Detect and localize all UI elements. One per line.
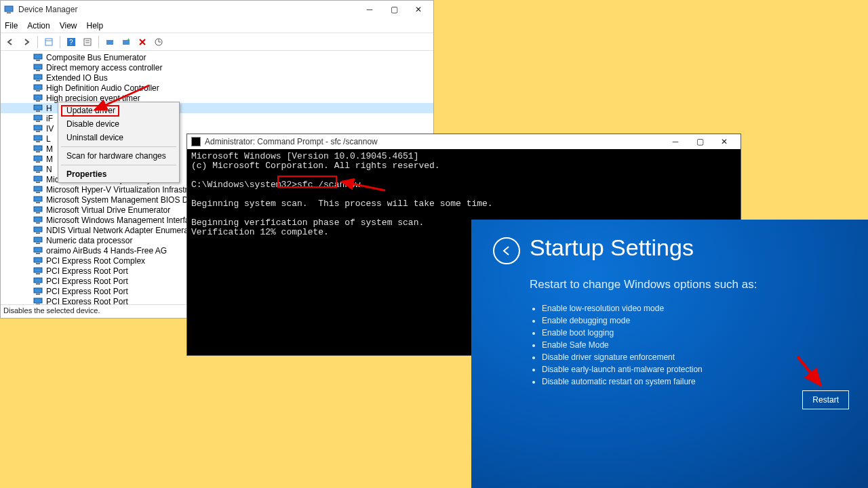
maximize-button[interactable]: ▢ bbox=[688, 134, 712, 150]
window-title: Device Manager bbox=[18, 5, 357, 14]
svg-rect-29 bbox=[34, 136, 42, 140]
context-menu-item[interactable]: Scan for hardware changes bbox=[60, 149, 178, 163]
cmd-titlebar[interactable]: Administrator: Command Prompt - sfc /sca… bbox=[187, 134, 741, 149]
svg-rect-20 bbox=[36, 90, 40, 92]
svg-rect-27 bbox=[34, 125, 42, 130]
back-button[interactable] bbox=[493, 237, 520, 264]
context-menu-item[interactable]: Uninstall device bbox=[60, 131, 178, 144]
svg-rect-57 bbox=[34, 278, 42, 283]
startup-option: Enable Safe Mode bbox=[542, 340, 703, 350]
device-label: Microsoft System Management BIOS Driver bbox=[46, 195, 204, 205]
minimize-button[interactable]: ─ bbox=[663, 134, 688, 150]
svg-rect-23 bbox=[34, 105, 42, 110]
svg-rect-24 bbox=[36, 110, 40, 112]
device-item[interactable]: High Definition Audio Controller bbox=[1, 83, 433, 93]
svg-rect-2 bbox=[45, 39, 52, 45]
device-icon bbox=[33, 145, 43, 152]
context-menu-item[interactable]: Disable device bbox=[60, 117, 178, 131]
startup-settings-screen: Startup Settings Restart to change Windo… bbox=[471, 220, 868, 488]
device-label: Numeric data processor bbox=[46, 236, 132, 245]
update-icon[interactable] bbox=[152, 35, 165, 49]
help-icon[interactable]: ? bbox=[64, 35, 78, 49]
device-icon bbox=[33, 287, 43, 295]
svg-rect-39 bbox=[34, 186, 42, 191]
device-label: PCI Express Root Port bbox=[46, 297, 128, 305]
device-icon bbox=[33, 135, 43, 142]
output-line: Microsoft Windows [Version 10.0.19045.46… bbox=[191, 151, 418, 161]
svg-rect-48 bbox=[36, 232, 40, 234]
svg-rect-18 bbox=[36, 80, 40, 81]
forward-icon[interactable] bbox=[20, 35, 33, 49]
cmd-icon bbox=[191, 137, 201, 146]
restart-button[interactable]: Restart bbox=[802, 390, 849, 409]
page-title: Startup Settings bbox=[530, 235, 694, 261]
menu-file[interactable]: File bbox=[5, 21, 18, 30]
toolbar: ? + bbox=[1, 33, 433, 51]
back-icon[interactable] bbox=[3, 35, 17, 49]
menubar: File Action View Help bbox=[1, 18, 433, 33]
device-icon bbox=[33, 196, 43, 203]
scan-icon[interactable] bbox=[103, 35, 117, 49]
menu-view[interactable]: View bbox=[60, 21, 77, 30]
device-icon bbox=[33, 186, 43, 193]
svg-rect-52 bbox=[36, 253, 40, 254]
menu-action[interactable]: Action bbox=[27, 21, 50, 30]
properties-icon[interactable] bbox=[81, 35, 94, 49]
device-item[interactable]: Direct memory access controller bbox=[1, 62, 433, 73]
window-controls: ─ ▢ ✕ bbox=[663, 134, 736, 150]
device-manager-icon bbox=[3, 4, 14, 15]
device-label: oraimo AirBuds 4 Hands-Free AG bbox=[46, 246, 167, 256]
device-label: NDIS Virtual Network Adapter Enumerator bbox=[46, 226, 198, 235]
add-driver-icon[interactable]: + bbox=[119, 35, 133, 49]
show-hide-tree-icon[interactable] bbox=[42, 35, 56, 49]
svg-rect-43 bbox=[34, 207, 42, 211]
startup-option: Disable automatic restart on system fail… bbox=[542, 377, 703, 386]
svg-rect-47 bbox=[34, 227, 42, 232]
svg-text:?: ? bbox=[69, 39, 73, 46]
page-subtitle: Restart to change Windows options such a… bbox=[530, 278, 757, 291]
device-label: M bbox=[46, 155, 53, 164]
dm-titlebar[interactable]: Device Manager ─ ▢ ✕ bbox=[1, 1, 433, 18]
device-label: N bbox=[46, 165, 52, 174]
svg-rect-16 bbox=[36, 70, 40, 71]
output-line: Beginning verification phase of system s… bbox=[191, 218, 424, 228]
output-line: Beginning system scan. This process will… bbox=[191, 199, 493, 209]
device-item[interactable]: Composite Bus Enumerator bbox=[1, 52, 433, 62]
window-title: Administrator: Command Prompt - sfc /sca… bbox=[205, 137, 663, 146]
maximize-button[interactable]: ▢ bbox=[382, 1, 406, 18]
svg-rect-31 bbox=[34, 146, 42, 150]
svg-rect-40 bbox=[36, 192, 40, 193]
device-icon bbox=[33, 176, 43, 183]
svg-rect-33 bbox=[34, 156, 42, 161]
device-item[interactable]: Extended IO Bus bbox=[1, 73, 433, 83]
menu-help[interactable]: Help bbox=[87, 21, 104, 30]
context-menu-item[interactable]: Properties bbox=[60, 167, 178, 181]
svg-rect-36 bbox=[36, 171, 40, 173]
device-icon bbox=[33, 54, 43, 61]
svg-rect-37 bbox=[34, 176, 42, 181]
close-button[interactable]: ✕ bbox=[712, 134, 736, 150]
menu-separator bbox=[61, 146, 176, 147]
device-icon bbox=[33, 237, 43, 244]
menu-separator bbox=[61, 165, 176, 165]
remove-icon[interactable] bbox=[136, 35, 149, 49]
device-icon bbox=[33, 94, 43, 102]
device-label: Composite Bus Enumerator bbox=[46, 53, 146, 62]
context-menu-item[interactable]: Update driver bbox=[60, 104, 178, 117]
minimize-button[interactable]: ─ bbox=[357, 1, 382, 18]
close-button[interactable]: ✕ bbox=[406, 1, 431, 18]
svg-rect-32 bbox=[36, 151, 40, 152]
window-controls: ─ ▢ ✕ bbox=[357, 1, 431, 18]
svg-rect-62 bbox=[36, 304, 40, 304]
device-icon bbox=[33, 216, 43, 224]
annotation-arrow bbox=[791, 352, 831, 393]
svg-rect-25 bbox=[34, 115, 42, 120]
startup-option: Enable boot logging bbox=[542, 328, 703, 338]
device-label: iF bbox=[46, 114, 53, 123]
prompt: C:\Windows\system32> bbox=[191, 180, 297, 190]
device-icon bbox=[33, 277, 43, 285]
svg-rect-56 bbox=[36, 273, 40, 274]
svg-rect-17 bbox=[34, 75, 42, 79]
svg-text:+: + bbox=[127, 37, 130, 43]
svg-line-69 bbox=[797, 357, 821, 385]
